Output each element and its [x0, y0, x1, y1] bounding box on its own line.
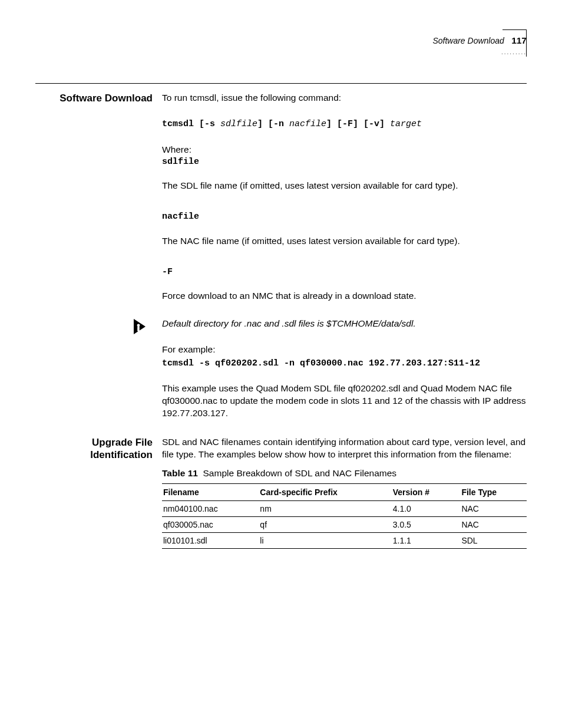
command-syntax: tcmsdl [-s sdlfile] [-n nacfile] [-F] [-… — [162, 118, 527, 130]
where-label: Where: — [162, 144, 527, 155]
table-number: Table 11 — [162, 468, 198, 478]
table-row: nm040100.nac nm 4.1.0 NAC — [162, 500, 527, 516]
page: Software Download 117 ......... Software… — [0, 0, 562, 728]
col-version: Version # — [392, 483, 461, 500]
svg-rect-2 — [137, 327, 140, 331]
table-row: qf030005.nac qf 3.0.5 NAC — [162, 516, 527, 532]
table-header-row: Filename Card-specific Prefix Version # … — [162, 483, 527, 500]
heading-line: Identification — [90, 449, 153, 460]
col-prefix: Card-specific Prefix — [259, 483, 391, 500]
cell: li010101.sdl — [162, 532, 259, 548]
param-name-f: -F — [162, 266, 527, 278]
example-label: For example: — [162, 344, 527, 355]
cell: NAC — [460, 500, 527, 516]
cell: qf030005.nac — [162, 516, 259, 532]
horizontal-rule — [35, 83, 527, 84]
example-command: tcmsdl -s qf020202.sdl -n qf030000.nac 1… — [162, 357, 527, 370]
svg-marker-0 — [134, 319, 146, 334]
param-desc-f: Force download to an NMC that is already… — [162, 290, 527, 302]
cell: NAC — [460, 516, 527, 532]
cell: SDL — [460, 532, 527, 548]
param-desc-sdlfile: The SDL file name (if omitted, uses late… — [162, 180, 527, 192]
cell: 1.1.1 — [392, 532, 461, 548]
note-text: Default directory for .nac and .sdl file… — [162, 318, 527, 330]
cell: nm — [259, 500, 391, 516]
param-name-sdlfile: sdlfile — [162, 156, 527, 168]
cell: 3.0.5 — [392, 516, 461, 532]
section-body: To run tcmsdl, issue the following comma… — [162, 92, 527, 318]
section-body: SDL and NAC filenames contain identifyin… — [162, 436, 527, 549]
cell: qf — [259, 516, 391, 532]
cell: nm040100.nac — [162, 500, 259, 516]
note-body: Default directory for .nac and .sdl file… — [162, 318, 527, 436]
page-header: Software Download 117 ......... — [35, 35, 527, 57]
cmd-token: ] [-n — [257, 119, 289, 129]
param-desc-nacfile: The NAC file name (if omitted, uses late… — [162, 235, 527, 248]
cmd-arg: nacfile — [289, 119, 326, 129]
filename-table: Filename Card-specific Prefix Version # … — [162, 483, 527, 549]
cell: 4.1.0 — [392, 500, 461, 516]
upgrade-intro: SDL and NAC filenames contain identifyin… — [162, 436, 527, 461]
section-software-download: Software Download To run tcmsdl, issue t… — [35, 92, 527, 318]
example-desc: This example uses the Quad Modem SDL fil… — [162, 383, 527, 420]
section-upgrade-file-id: Upgrade File Identification SDL and NAC … — [35, 436, 527, 549]
heading-line: Upgrade File — [92, 437, 153, 448]
cell: li — [259, 532, 391, 548]
svg-point-1 — [137, 324, 140, 327]
table-row: li010101.sdl li 1.1.1 SDL — [162, 532, 527, 548]
cmd-token: ] [-F] [-v] — [326, 119, 390, 129]
table-title: Sample Breakdown of SDL and NAC Filename… — [203, 468, 397, 478]
info-arrow-icon — [133, 318, 153, 335]
header-breadcrumb: Software Download — [432, 36, 504, 45]
section-heading: Software Download — [35, 92, 162, 104]
section-heading: Upgrade File Identification — [35, 436, 162, 462]
param-name-nacfile: nacfile — [162, 211, 527, 223]
table-caption: Table 11 Sample Breakdown of SDL and NAC… — [162, 468, 527, 479]
note-row: Default directory for .nac and .sdl file… — [35, 318, 527, 436]
col-filename: Filename — [162, 483, 259, 500]
intro-text: To run tcmsdl, issue the following comma… — [162, 92, 527, 104]
col-filetype: File Type — [460, 483, 527, 500]
cmd-arg: target — [390, 119, 422, 129]
cmd-arg: sdlfile — [220, 119, 257, 129]
cmd-token: tcmsdl [-s — [162, 119, 220, 129]
header-corner-rule — [503, 29, 527, 57]
